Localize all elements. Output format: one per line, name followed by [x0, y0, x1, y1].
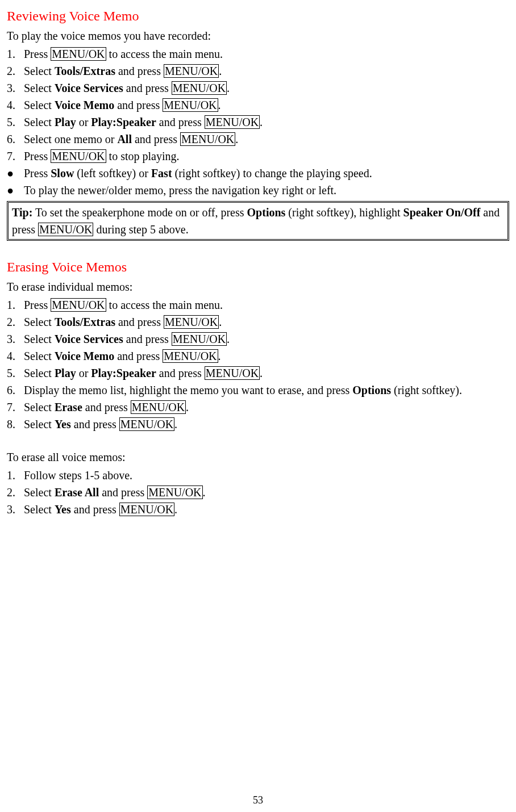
step-8: 8.Select Yes and press MENU/OK.	[7, 416, 509, 433]
step-2: 2.Select Tools/Extras and press MENU/OK.	[7, 62, 509, 79]
step-3: 3.Select Voice Services and press MENU/O…	[7, 330, 509, 348]
menuok-key: MENU/OK	[164, 64, 219, 78]
step-1: 1.Follow steps 1-5 above.	[7, 467, 509, 484]
menuok-key: MENU/OK	[172, 332, 227, 346]
step-7: 7.Select Erase and press MENU/OK.	[7, 399, 509, 416]
heading-reviewing: Reviewing Voice Memo	[7, 6, 509, 26]
steps-reviewing: 1.Press MENU/OK to access the main menu.…	[7, 45, 509, 165]
menuok-key: MENU/OK	[51, 47, 106, 61]
step-4: 4.Select Voice Memo and press MENU/OK.	[7, 348, 509, 365]
intro-erase-all: To erase all voice memos:	[7, 449, 509, 466]
step-1: 1.Press MENU/OK to access the main menu.	[7, 45, 509, 62]
step-2: 2.Select Erase All and press MENU/OK.	[7, 484, 509, 501]
menuok-key: MENU/OK	[180, 132, 235, 146]
step-4: 4.Select Voice Memo and press MENU/OK.	[7, 97, 509, 114]
step-2: 2.Select Tools/Extras and press MENU/OK.	[7, 313, 509, 330]
steps-erase-all: 1.Follow steps 1-5 above. 2.Select Erase…	[7, 467, 509, 518]
tip-box: Tip: To set the speakerphone mode on or …	[7, 201, 509, 241]
menuok-key: MENU/OK	[51, 149, 106, 163]
menuok-key: MENU/OK	[38, 223, 93, 236]
heading-erasing: Erasing Voice Memos	[7, 257, 509, 277]
bullets-reviewing: ●Press Slow (left softkey) or Fast (righ…	[7, 165, 509, 199]
step-1: 1.Press MENU/OK to access the main menu.	[7, 296, 509, 313]
menuok-key: MENU/OK	[205, 366, 260, 380]
menuok-key: MENU/OK	[119, 417, 174, 431]
intro-erasing: To erase individual memos:	[7, 278, 509, 295]
menuok-key: MENU/OK	[131, 400, 186, 414]
steps-erasing: 1.Press MENU/OK to access the main menu.…	[7, 296, 509, 433]
bullet-1: ●Press Slow (left softkey) or Fast (righ…	[7, 165, 509, 182]
menuok-key: MENU/OK	[172, 81, 227, 95]
bullet-2: ●To play the newer/older memo, press the…	[7, 182, 509, 199]
step-7: 7.Press MENU/OK to stop playing.	[7, 148, 509, 165]
menuok-key: MENU/OK	[51, 298, 106, 312]
step-3: 3.Select Yes and press MENU/OK.	[7, 501, 509, 518]
menuok-key: MENU/OK	[164, 315, 219, 329]
step-5: 5.Select Play or Play:Speaker and press …	[7, 114, 509, 131]
step-6: 6.Display the memo list, highlight the m…	[7, 382, 509, 399]
step-3: 3.Select Voice Services and press MENU/O…	[7, 79, 509, 97]
menuok-key: MENU/OK	[163, 349, 218, 363]
menuok-key: MENU/OK	[163, 98, 218, 112]
step-5: 5.Select Play or Play:Speaker and press …	[7, 365, 509, 382]
menuok-key: MENU/OK	[205, 115, 260, 129]
menuok-key: MENU/OK	[147, 485, 202, 499]
menuok-key: MENU/OK	[119, 503, 174, 516]
step-6: 6.Select one memo or All and press MENU/…	[7, 131, 509, 148]
intro-reviewing: To play the voice memos you have recorde…	[7, 27, 509, 44]
